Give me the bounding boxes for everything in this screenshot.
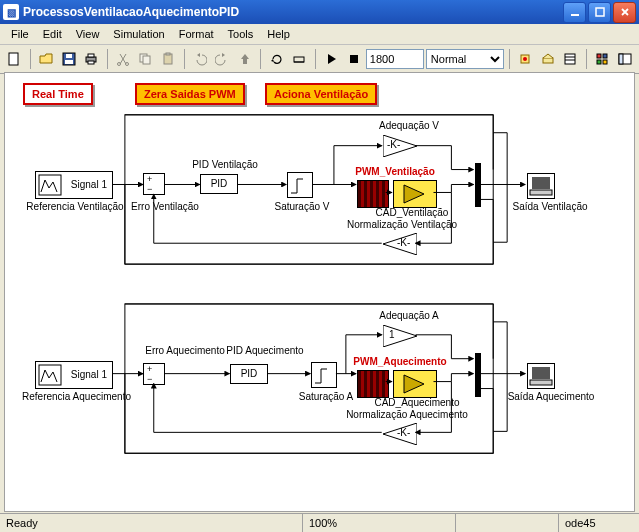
debug-icon[interactable] (289, 47, 310, 71)
svg-rect-22 (603, 54, 607, 58)
status-zoom: 100% (303, 514, 456, 532)
svg-rect-2 (9, 53, 18, 65)
refresh-icon[interactable] (266, 47, 287, 71)
build-icon[interactable] (537, 47, 558, 71)
copy-icon[interactable] (135, 47, 156, 71)
save-icon[interactable] (58, 47, 79, 71)
svg-rect-21 (597, 54, 601, 58)
signal-builder-vent[interactable]: Signal 1 (35, 171, 113, 199)
sum-vent[interactable]: + − (143, 173, 165, 195)
pid-vent-title: PID Ventilação (185, 159, 265, 170)
scope-aquec[interactable] (527, 363, 555, 389)
cad-vent-block[interactable] (393, 180, 437, 208)
saturation-aquec[interactable] (311, 362, 337, 388)
erro-vent-label: Erro Ventilação (120, 201, 210, 212)
svg-rect-27 (39, 175, 61, 195)
adequacao-vent-label: Adequação V (369, 120, 449, 131)
play-icon[interactable] (320, 47, 341, 71)
maximize-button[interactable] (588, 2, 611, 23)
app-icon: ▧ (3, 4, 19, 20)
signal-builder-aquec[interactable]: Signal 1 (35, 361, 113, 389)
norm-aquec-label: Normalização Aquecimento (327, 409, 487, 420)
new-icon[interactable] (4, 47, 25, 71)
cad-aquec-label: CAD_Aquecimento (367, 397, 467, 408)
gain-norm-vent-text: -K- (397, 237, 410, 248)
status-ready: Ready (0, 514, 303, 532)
gain-adequacao-vent-text: -K- (387, 139, 400, 150)
pid-aquec-block[interactable]: PID (230, 364, 268, 384)
aciona-vent-button[interactable]: Aciona Ventilação (265, 83, 377, 105)
signal-builder-aquec-label: Signal 1 (71, 369, 107, 380)
svg-rect-16 (350, 55, 358, 63)
saturation-vent[interactable] (287, 172, 313, 198)
cad-aquec-block[interactable] (393, 370, 437, 398)
print-icon[interactable] (81, 47, 102, 71)
svg-rect-0 (571, 14, 579, 16)
menu-simulation[interactable]: Simulation (106, 26, 171, 42)
mux-aquec[interactable] (475, 353, 481, 397)
svg-point-18 (523, 57, 527, 61)
window-title: ProcessosVentilacaoAquecimentoPID (23, 5, 239, 19)
stop-time-input[interactable] (366, 49, 424, 69)
close-button[interactable] (613, 2, 636, 23)
gain-adequacao-aquec-text: 1 (389, 329, 395, 340)
svg-marker-35 (404, 375, 424, 393)
gain-norm-aquec[interactable]: -K- (383, 423, 417, 445)
menu-view[interactable]: View (69, 26, 107, 42)
menu-file[interactable]: File (4, 26, 36, 42)
zera-saidas-button[interactable]: Zera Saidas PWM (135, 83, 245, 105)
redo-icon[interactable] (212, 47, 233, 71)
simulation-mode-select[interactable]: NormalAcceleratorExternal (426, 49, 504, 69)
status-solver: ode45 (559, 514, 639, 532)
svg-rect-31 (532, 177, 550, 189)
pwm-aquec-label: PWM_Aquecimento (345, 356, 455, 367)
gain-adequacao-aquec[interactable]: 1 (383, 325, 417, 347)
menu-help[interactable]: Help (260, 26, 297, 42)
toolbar: NormalAcceleratorExternal (0, 45, 639, 74)
pwm-vent-block[interactable] (357, 180, 389, 208)
title-bar: ▧ ProcessosVentilacaoAquecimentoPID (0, 0, 639, 24)
ref-aquec-label: Referencia Aquecimento (19, 391, 134, 402)
svg-rect-20 (565, 54, 575, 64)
minimize-button[interactable] (563, 2, 586, 23)
svg-rect-19 (543, 58, 553, 63)
cut-icon[interactable] (112, 47, 133, 71)
menu-edit[interactable]: Edit (36, 26, 69, 42)
mux-vent[interactable] (475, 163, 481, 207)
svg-rect-8 (88, 61, 94, 64)
cad-vent-label: CAD_Ventilação (367, 207, 457, 218)
gain-adequacao-vent[interactable]: -K- (383, 135, 417, 157)
svg-point-10 (125, 63, 128, 66)
pwm-aquec-block[interactable] (357, 370, 389, 398)
svg-rect-12 (143, 56, 150, 64)
scope-aquec-label: Saída Aquecimento (501, 391, 601, 402)
menu-tools[interactable]: Tools (221, 26, 261, 42)
svg-rect-38 (530, 380, 552, 385)
paste-icon[interactable] (158, 47, 179, 71)
svg-rect-1 (596, 8, 604, 16)
model-canvas[interactable]: Real Time Zera Saidas PWM Aciona Ventila… (4, 72, 635, 512)
svg-rect-33 (39, 365, 61, 385)
sum-aquec[interactable]: + − (143, 363, 165, 385)
realtime-button[interactable]: Real Time (23, 83, 93, 105)
gain-norm-vent[interactable]: -K- (383, 233, 417, 255)
config-icon[interactable] (560, 47, 581, 71)
up-icon[interactable] (235, 47, 256, 71)
svg-rect-15 (294, 57, 304, 62)
library-icon[interactable] (592, 47, 613, 71)
status-time (456, 514, 559, 532)
menu-format[interactable]: Format (172, 26, 221, 42)
svg-rect-5 (66, 54, 72, 58)
scope-vent-label: Saída Ventilação (505, 201, 595, 212)
open-icon[interactable] (36, 47, 57, 71)
pid-vent-block[interactable]: PID (200, 174, 238, 194)
svg-rect-24 (603, 60, 607, 64)
target-icon[interactable] (515, 47, 536, 71)
undo-icon[interactable] (189, 47, 210, 71)
svg-rect-26 (619, 54, 623, 64)
stop-icon[interactable] (343, 47, 364, 71)
model-explorer-icon[interactable] (614, 47, 635, 71)
scope-vent[interactable] (527, 173, 555, 199)
svg-rect-32 (530, 190, 552, 195)
pwm-vent-label: PWM_Ventilação (345, 166, 445, 177)
